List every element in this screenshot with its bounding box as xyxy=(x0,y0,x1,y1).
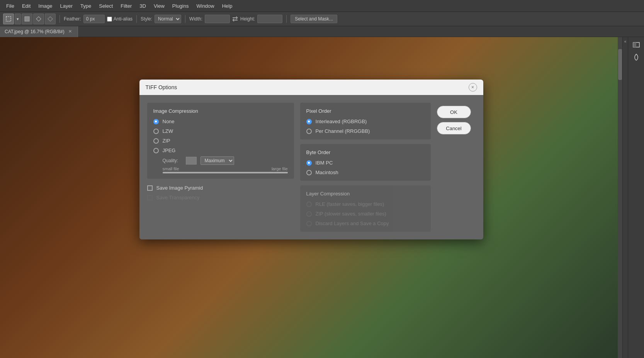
toolbar: ▾ Feather: Anti-alias Style: Normal Widt… xyxy=(0,12,644,26)
save-image-pyramid-row[interactable]: Save Image Pyramid xyxy=(147,185,294,191)
separator-1 xyxy=(59,15,60,23)
pixel-order-interleaved-radio[interactable] xyxy=(306,119,312,124)
layer-compression-rle-label: RLE (faster saves, bigger files) xyxy=(316,201,384,207)
layer-compression-discard-label: Discard Layers and Save a Copy xyxy=(316,221,389,226)
panel-icon-2[interactable] xyxy=(631,52,642,63)
byte-order-ibm-label: IBM PC xyxy=(316,160,333,166)
right-panel xyxy=(628,37,644,358)
tiff-options-dialog: TIFF Options × Image Compression xyxy=(139,80,483,239)
select-and-mask-btn[interactable]: Select and Mask... xyxy=(291,15,337,23)
separator-4 xyxy=(286,15,287,23)
quality-slider-fill xyxy=(163,172,288,173)
pixel-order-interleaved-item[interactable]: Interleaved (RGBRGB) xyxy=(306,119,425,124)
menu-layer[interactable]: Layer xyxy=(57,2,76,10)
modal-left-section: Image Compression None LZW xyxy=(147,103,294,232)
modal-close-button[interactable]: × xyxy=(469,83,477,92)
tool-btn-4[interactable] xyxy=(45,14,56,24)
style-label: Style: xyxy=(141,16,152,22)
layer-compression-zip-radio xyxy=(306,211,312,217)
compression-lzw-item[interactable]: LZW xyxy=(153,128,288,134)
canvas-area: TIFF Options × Image Compression xyxy=(0,37,622,358)
svg-rect-1 xyxy=(25,17,29,21)
menu-file[interactable]: File xyxy=(3,2,17,10)
compression-lzw-radio[interactable] xyxy=(153,129,159,134)
compression-jpeg-item[interactable]: JPEG xyxy=(153,148,288,153)
svg-rect-3 xyxy=(633,42,636,47)
menu-window[interactable]: Window xyxy=(193,2,217,10)
byte-order-mac-item[interactable]: Macintosh xyxy=(306,170,425,175)
layer-compression-discard-item: Discard Layers and Save a Copy xyxy=(306,221,425,226)
tool-btn-3[interactable] xyxy=(33,14,44,24)
byte-order-mac-radio[interactable] xyxy=(306,170,312,175)
feather-input[interactable] xyxy=(83,15,105,23)
tool-dropdown-btn[interactable]: ▾ xyxy=(15,14,21,24)
compression-zip-radio[interactable] xyxy=(153,138,159,144)
separator-2 xyxy=(136,15,137,23)
layer-compression-radio-group: RLE (faster saves, bigger files) ZIP (sl… xyxy=(306,201,425,226)
menu-select[interactable]: Select xyxy=(96,2,116,10)
height-input[interactable] xyxy=(257,15,282,23)
menu-image[interactable]: Image xyxy=(35,2,55,10)
anti-alias-checkbox[interactable] xyxy=(107,17,112,22)
image-compression-title: Image Compression xyxy=(153,108,288,114)
svg-rect-0 xyxy=(6,17,11,21)
menu-help[interactable]: Help xyxy=(219,2,236,10)
modal-title: TIFF Options xyxy=(146,84,177,90)
pixel-order-title: Pixel Order xyxy=(306,108,425,114)
quality-label: Quality: xyxy=(163,158,182,163)
save-transparency-checkbox xyxy=(147,195,153,200)
document-tab-label: CAT.jpeg @ 16.7% (RGB/8#) xyxy=(5,29,65,34)
modal-actions: OK Cancel xyxy=(437,103,476,232)
rectangular-marquee-tool-btn[interactable] xyxy=(3,14,14,24)
ok-button[interactable]: OK xyxy=(437,106,471,118)
save-transparency-label: Save Transparency xyxy=(156,195,200,200)
width-label: Width: xyxy=(189,16,202,22)
compression-zip-item[interactable]: ZIP xyxy=(153,138,288,144)
pixel-order-perchannel-item[interactable]: Per Channel (RRGGBB) xyxy=(306,128,425,134)
compression-jpeg-radio[interactable] xyxy=(153,148,159,153)
menu-filter[interactable]: Filter xyxy=(117,2,135,10)
panel-icon-1[interactable] xyxy=(631,39,642,50)
quality-dropdown[interactable]: Maximum High Medium Low xyxy=(201,156,234,165)
byte-order-title: Byte Order xyxy=(306,149,425,155)
width-input[interactable] xyxy=(205,15,230,23)
menu-view[interactable]: View xyxy=(151,2,168,10)
large-file-label: large file xyxy=(272,166,288,171)
compression-none-item[interactable]: None xyxy=(153,119,288,124)
document-tab-close[interactable]: ✕ xyxy=(68,29,73,34)
right-panel-collapse-btn[interactable]: « xyxy=(622,37,628,358)
slider-labels: small file large file xyxy=(163,166,288,171)
pixel-order-perchannel-radio[interactable] xyxy=(306,129,312,134)
quality-slider-container: small file large file xyxy=(153,166,288,173)
menu-type[interactable]: Type xyxy=(77,2,94,10)
height-label: Height: xyxy=(240,16,255,22)
feather-label: Feather: xyxy=(64,16,81,22)
save-image-pyramid-checkbox[interactable] xyxy=(147,185,153,191)
swap-dimensions-btn[interactable]: ⇄ xyxy=(232,15,238,23)
image-compression-radio-group: None LZW ZIP xyxy=(153,119,288,153)
layer-compression-title: Layer Compression xyxy=(306,191,425,197)
byte-order-ibm-radio[interactable] xyxy=(306,160,312,166)
menu-3d[interactable]: 3D xyxy=(136,2,149,10)
document-tab[interactable]: CAT.jpeg @ 16.7% (RGB/8#) ✕ xyxy=(0,26,78,37)
pixel-order-section: Pixel Order Interleaved (RGBRGB) Per Cha… xyxy=(300,103,431,139)
anti-alias-checkbox-label[interactable]: Anti-alias xyxy=(107,16,133,22)
byte-order-ibm-item[interactable]: IBM PC xyxy=(306,160,425,166)
quality-slider-track[interactable] xyxy=(163,172,288,173)
byte-order-section: Byte Order IBM PC Macintosh xyxy=(300,144,431,181)
modal-right-section: Pixel Order Interleaved (RGBRGB) Per Cha… xyxy=(300,103,431,232)
image-compression-section: Image Compression None LZW xyxy=(147,103,294,179)
selection-tool-group: ▾ xyxy=(3,14,56,24)
compression-lzw-label: LZW xyxy=(163,128,173,134)
byte-order-radio-group: IBM PC Macintosh xyxy=(306,160,425,175)
style-select[interactable]: Normal xyxy=(155,15,181,23)
small-file-label: small file xyxy=(163,166,179,171)
layer-compression-discard-radio xyxy=(306,221,312,226)
menu-plugins[interactable]: Plugins xyxy=(169,2,192,10)
tool-btn-2[interactable] xyxy=(22,14,32,24)
menu-edit[interactable]: Edit xyxy=(19,2,34,10)
compression-none-radio[interactable] xyxy=(153,119,159,124)
cancel-button[interactable]: Cancel xyxy=(437,122,471,134)
layer-compression-zip-item: ZIP (slower saves, smaller files) xyxy=(306,211,425,217)
right-panel-container: « xyxy=(622,37,644,358)
